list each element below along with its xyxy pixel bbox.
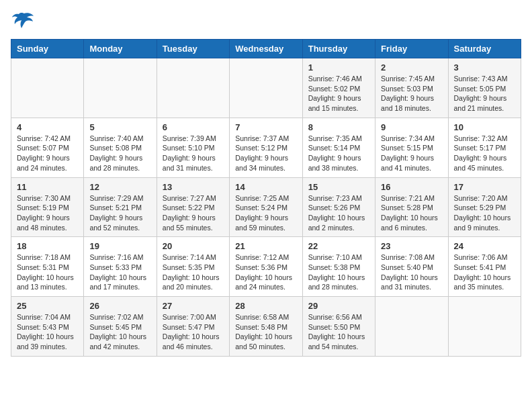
calendar-cell: 2Sunrise: 7:45 AM Sunset: 5:03 PM Daylig…	[375, 58, 448, 118]
day-info: Sunrise: 7:10 AM Sunset: 5:38 PM Dayligh…	[308, 253, 369, 292]
calendar-cell: 14Sunrise: 7:25 AM Sunset: 5:24 PM Dayli…	[230, 177, 302, 237]
calendar-cell: 15Sunrise: 7:23 AM Sunset: 5:26 PM Dayli…	[302, 177, 375, 237]
day-of-week-header: Sunday	[11, 40, 84, 58]
day-info: Sunrise: 7:45 AM Sunset: 5:03 PM Dayligh…	[381, 74, 442, 113]
calendar-cell: 1Sunrise: 7:46 AM Sunset: 5:02 PM Daylig…	[302, 58, 375, 118]
calendar-cell: 9Sunrise: 7:34 AM Sunset: 5:15 PM Daylig…	[375, 118, 448, 177]
day-info: Sunrise: 7:14 AM Sunset: 5:35 PM Dayligh…	[163, 253, 224, 292]
day-info: Sunrise: 7:30 AM Sunset: 5:19 PM Dayligh…	[17, 193, 78, 233]
calendar-cell: 19Sunrise: 7:16 AM Sunset: 5:33 PM Dayli…	[84, 237, 157, 297]
day-info: Sunrise: 7:32 AM Sunset: 5:17 PM Dayligh…	[454, 134, 515, 173]
day-number: 18	[17, 241, 78, 251]
day-info: Sunrise: 7:20 AM Sunset: 5:29 PM Dayligh…	[454, 193, 515, 233]
day-of-week-header: Wednesday	[230, 40, 302, 58]
calendar-header-row: SundayMondayTuesdayWednesdayThursdayFrid…	[11, 40, 521, 58]
day-number: 29	[308, 301, 369, 311]
day-info: Sunrise: 7:43 AM Sunset: 5:05 PM Dayligh…	[454, 74, 515, 113]
day-info: Sunrise: 7:34 AM Sunset: 5:15 PM Dayligh…	[381, 134, 442, 173]
page-header	[11, 11, 521, 31]
day-info: Sunrise: 7:37 AM Sunset: 5:12 PM Dayligh…	[235, 134, 296, 173]
day-number: 15	[308, 182, 369, 192]
day-info: Sunrise: 7:39 AM Sunset: 5:10 PM Dayligh…	[163, 134, 224, 173]
day-number: 2	[381, 62, 442, 73]
day-number: 8	[308, 122, 369, 132]
calendar-cell	[157, 58, 229, 118]
calendar-cell: 20Sunrise: 7:14 AM Sunset: 5:35 PM Dayli…	[157, 237, 229, 297]
calendar-cell: 16Sunrise: 7:21 AM Sunset: 5:28 PM Dayli…	[375, 177, 448, 237]
day-number: 4	[17, 122, 78, 132]
day-number: 3	[454, 62, 515, 73]
calendar-cell: 13Sunrise: 7:27 AM Sunset: 5:22 PM Dayli…	[157, 177, 229, 237]
day-number: 14	[235, 182, 296, 192]
day-number: 12	[89, 182, 150, 192]
calendar-cell: 22Sunrise: 7:10 AM Sunset: 5:38 PM Dayli…	[302, 237, 375, 297]
day-number: 17	[454, 182, 515, 192]
day-number: 13	[163, 182, 224, 192]
day-number: 21	[235, 241, 296, 251]
calendar-week-row: 4Sunrise: 7:42 AM Sunset: 5:07 PM Daylig…	[11, 118, 521, 177]
day-info: Sunrise: 7:16 AM Sunset: 5:33 PM Dayligh…	[89, 253, 150, 292]
day-info: Sunrise: 7:04 AM Sunset: 5:43 PM Dayligh…	[17, 312, 78, 352]
day-number: 1	[308, 62, 369, 73]
calendar-cell: 8Sunrise: 7:35 AM Sunset: 5:14 PM Daylig…	[302, 118, 375, 177]
calendar-table: SundayMondayTuesdayWednesdayThursdayFrid…	[11, 39, 521, 357]
logo-icon	[11, 11, 35, 31]
day-info: Sunrise: 7:23 AM Sunset: 5:26 PM Dayligh…	[308, 193, 369, 233]
day-info: Sunrise: 7:18 AM Sunset: 5:31 PM Dayligh…	[17, 253, 78, 292]
day-info: Sunrise: 7:25 AM Sunset: 5:24 PM Dayligh…	[235, 193, 296, 233]
day-info: Sunrise: 7:40 AM Sunset: 5:08 PM Dayligh…	[89, 134, 150, 173]
calendar-cell	[11, 58, 84, 118]
day-of-week-header: Saturday	[448, 40, 521, 58]
calendar-cell	[448, 297, 521, 357]
day-info: Sunrise: 7:46 AM Sunset: 5:02 PM Dayligh…	[308, 74, 369, 113]
day-info: Sunrise: 7:12 AM Sunset: 5:36 PM Dayligh…	[235, 253, 296, 292]
calendar-week-row: 11Sunrise: 7:30 AM Sunset: 5:19 PM Dayli…	[11, 177, 521, 237]
day-number: 20	[163, 241, 224, 251]
day-info: Sunrise: 7:42 AM Sunset: 5:07 PM Dayligh…	[17, 134, 78, 173]
calendar-cell: 6Sunrise: 7:39 AM Sunset: 5:10 PM Daylig…	[157, 118, 229, 177]
calendar-cell: 7Sunrise: 7:37 AM Sunset: 5:12 PM Daylig…	[230, 118, 302, 177]
calendar-cell: 17Sunrise: 7:20 AM Sunset: 5:29 PM Dayli…	[448, 177, 521, 237]
day-number: 25	[17, 301, 78, 311]
day-info: Sunrise: 7:00 AM Sunset: 5:47 PM Dayligh…	[163, 312, 224, 352]
day-number: 26	[89, 301, 150, 311]
calendar-cell: 24Sunrise: 7:06 AM Sunset: 5:41 PM Dayli…	[448, 237, 521, 297]
day-info: Sunrise: 7:29 AM Sunset: 5:21 PM Dayligh…	[89, 193, 150, 233]
day-of-week-header: Friday	[375, 40, 448, 58]
day-info: Sunrise: 7:02 AM Sunset: 5:45 PM Dayligh…	[89, 312, 150, 352]
logo	[11, 11, 39, 31]
calendar-cell: 27Sunrise: 7:00 AM Sunset: 5:47 PM Dayli…	[157, 297, 229, 357]
day-number: 16	[381, 182, 442, 192]
calendar-cell: 28Sunrise: 6:58 AM Sunset: 5:48 PM Dayli…	[230, 297, 302, 357]
calendar-cell: 23Sunrise: 7:08 AM Sunset: 5:40 PM Dayli…	[375, 237, 448, 297]
day-info: Sunrise: 7:27 AM Sunset: 5:22 PM Dayligh…	[163, 193, 224, 233]
day-info: Sunrise: 7:21 AM Sunset: 5:28 PM Dayligh…	[381, 193, 442, 233]
calendar-cell: 21Sunrise: 7:12 AM Sunset: 5:36 PM Dayli…	[230, 237, 302, 297]
day-number: 9	[381, 122, 442, 132]
day-info: Sunrise: 6:58 AM Sunset: 5:48 PM Dayligh…	[235, 312, 296, 352]
day-of-week-header: Tuesday	[157, 40, 229, 58]
day-number: 19	[89, 241, 150, 251]
calendar-cell	[230, 58, 302, 118]
day-of-week-header: Thursday	[302, 40, 375, 58]
calendar-cell: 4Sunrise: 7:42 AM Sunset: 5:07 PM Daylig…	[11, 118, 84, 177]
day-info: Sunrise: 7:08 AM Sunset: 5:40 PM Dayligh…	[381, 253, 442, 292]
calendar-cell	[375, 297, 448, 357]
day-of-week-header: Monday	[84, 40, 157, 58]
day-info: Sunrise: 6:56 AM Sunset: 5:50 PM Dayligh…	[308, 312, 369, 352]
calendar-cell	[84, 58, 157, 118]
day-info: Sunrise: 7:35 AM Sunset: 5:14 PM Dayligh…	[308, 134, 369, 173]
calendar-cell: 10Sunrise: 7:32 AM Sunset: 5:17 PM Dayli…	[448, 118, 521, 177]
calendar-cell: 26Sunrise: 7:02 AM Sunset: 5:45 PM Dayli…	[84, 297, 157, 357]
day-number: 23	[381, 241, 442, 251]
calendar-cell: 25Sunrise: 7:04 AM Sunset: 5:43 PM Dayli…	[11, 297, 84, 357]
calendar-body: 1Sunrise: 7:46 AM Sunset: 5:02 PM Daylig…	[11, 58, 521, 357]
calendar-week-row: 18Sunrise: 7:18 AM Sunset: 5:31 PM Dayli…	[11, 237, 521, 297]
calendar-week-row: 25Sunrise: 7:04 AM Sunset: 5:43 PM Dayli…	[11, 297, 521, 357]
calendar-week-row: 1Sunrise: 7:46 AM Sunset: 5:02 PM Daylig…	[11, 58, 521, 118]
day-number: 27	[163, 301, 224, 311]
calendar-cell: 29Sunrise: 6:56 AM Sunset: 5:50 PM Dayli…	[302, 297, 375, 357]
calendar-cell: 18Sunrise: 7:18 AM Sunset: 5:31 PM Dayli…	[11, 237, 84, 297]
calendar-cell: 12Sunrise: 7:29 AM Sunset: 5:21 PM Dayli…	[84, 177, 157, 237]
day-info: Sunrise: 7:06 AM Sunset: 5:41 PM Dayligh…	[454, 253, 515, 292]
